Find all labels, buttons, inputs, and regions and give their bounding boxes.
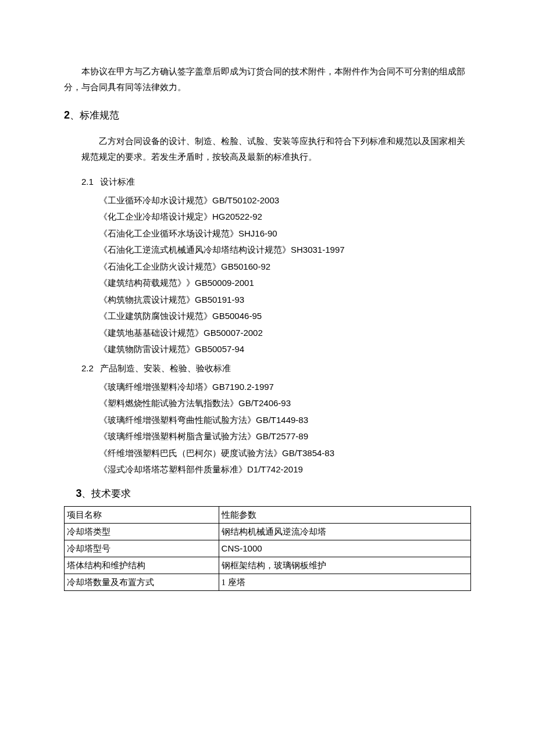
section-3-heading: 3、技术要求 xyxy=(76,484,471,503)
product-standards-list: 《玻璃纤维增强塑料冷却塔》GB7190.2-1997《塑料燃烧性能试验方法氧指数… xyxy=(64,379,471,478)
standard-name: 《构筑物抗震设计规范》 xyxy=(99,295,195,304)
spec-key: 项目名称 xyxy=(65,507,219,524)
standard-name: 《湿式冷却塔塔芯塑料部件质量标准》 xyxy=(99,465,247,474)
standard-line: 《建筑物防雷设计规范》GB50057-94 xyxy=(99,341,471,358)
spec-value: 钢结构机械通风逆流冷却塔 xyxy=(219,524,470,540)
standard-name: 《工业循环冷却水设计规范》 xyxy=(99,196,212,205)
table-row: 项目名称性能参数 xyxy=(65,507,471,524)
standard-line: 《石油化工逆流式机械通风冷却塔结构设计规范》SH3031-1997 xyxy=(99,242,471,259)
standard-line: 《纤维增强塑料巴氏（巴柯尔）硬度试验方法》GB/T3854-83 xyxy=(99,445,471,462)
design-standards-list: 《工业循环冷却水设计规范》GB/T50102-2003《化工企业冷却塔设计规定》… xyxy=(64,192,471,358)
standard-name: 《石油化工逆流式机械通风冷却塔结构设计规范》 xyxy=(99,245,291,255)
spec-value: 性能参数 xyxy=(219,507,470,524)
standard-code: SHJ16-90 xyxy=(238,228,277,238)
standard-line: 《工业循环冷却水设计规范》GB/T50102-2003 xyxy=(99,192,471,209)
spec-value: 1 座塔 xyxy=(219,574,470,591)
standard-code: GB50007-2002 xyxy=(204,328,263,338)
standard-name: 《石油化工企业防火设计规范》 xyxy=(99,262,221,271)
standard-line: 《玻璃纤维增强塑料树脂含量试验方法》GB/T2577-89 xyxy=(99,428,471,445)
standard-code: GB/T50102-2003 xyxy=(212,195,279,205)
table-row: 冷却塔数量及布置方式1 座塔 xyxy=(65,574,471,591)
section-2-heading: 2、标准规范 xyxy=(64,106,471,125)
standard-name: 《塑料燃烧性能试验方法氧指数法》 xyxy=(99,399,238,408)
standard-line: 《建筑结构荷载规范》》GB50009-2001 xyxy=(99,275,471,292)
spec-value: CNS-1000 xyxy=(219,540,470,557)
standard-line: 《石油化工企业循环水场设计规范》SHJ16-90 xyxy=(99,225,471,242)
subsection-2-1-number: 2.1 xyxy=(81,177,94,187)
spec-value: 钢框架结构，玻璃钢板维护 xyxy=(219,557,470,574)
standard-code: GB/T3854-83 xyxy=(282,448,334,458)
standard-code: GB7190.2-1997 xyxy=(212,382,274,392)
section-3-title: 技术要求 xyxy=(91,488,131,499)
tech-requirements-table: 项目名称性能参数冷却塔类型钢结构机械通风逆流冷却塔冷却塔型号CNS-1000塔体… xyxy=(64,506,471,591)
section-3-number: 3 xyxy=(76,488,81,499)
document-page: 本协议在甲方与乙方确认签字盖章后即成为订货合同的技术附件，本附件作为合同不可分割… xyxy=(0,0,535,756)
standard-code: GB/T2406-93 xyxy=(238,398,291,408)
standard-line: 《塑料燃烧性能试验方法氧指数法》GB/T2406-93 xyxy=(99,395,471,412)
standard-code: GB50160-92 xyxy=(221,261,270,271)
standard-code: D1/T742-2019 xyxy=(247,464,303,474)
standard-name: 《建筑地基基础设计规范》 xyxy=(99,328,204,338)
section-2-number: 2 xyxy=(64,109,70,121)
subsection-2-1-title: 设计标准 xyxy=(100,177,135,187)
standard-line: 《玻璃纤维增强塑料冷却塔》GB7190.2-1997 xyxy=(99,379,471,396)
section-2-punct: 、 xyxy=(70,110,80,121)
section-2-lead: 乙方对合同设备的设计、制造、检脸、试脸、安装等应执行和符合下列标准和规范以及国家… xyxy=(81,134,471,165)
spec-key: 塔体结构和维护结构 xyxy=(65,557,219,574)
standard-code: GB50009-2001 xyxy=(195,278,254,288)
spec-key: 冷却塔型号 xyxy=(65,540,219,557)
spec-key: 冷却塔类型 xyxy=(65,524,219,540)
standard-name: 《玻璃纤维增强塑料冷却塔》 xyxy=(99,382,212,392)
standard-name: 《纤维增强塑料巴氏（巴柯尔）硬度试验方法》 xyxy=(99,449,282,458)
standard-line: 《建筑地基基础设计规范》GB50007-2002 xyxy=(99,325,471,342)
standard-name: 《建筑结构荷载规范》》 xyxy=(99,278,195,288)
standard-code: HG20522-92 xyxy=(212,212,262,221)
standard-line: 《工业建筑防腐蚀设计规范》GB50046-95 xyxy=(99,308,471,325)
standard-name: 《建筑物防雷设计规范》 xyxy=(99,345,195,354)
subsection-2-2-number: 2.2 xyxy=(81,363,94,373)
standard-code: GB50046-95 xyxy=(212,311,262,321)
spec-key: 冷却塔数量及布置方式 xyxy=(65,574,219,591)
spec-value-text: CNS-1000 xyxy=(222,543,262,553)
standard-code: GB/T1449-83 xyxy=(256,415,308,425)
table-row: 塔体结构和维护结构钢框架结构，玻璃钢板维护 xyxy=(65,557,471,574)
standard-code: SH3031-1997 xyxy=(291,245,345,255)
standard-line: 《化工企业冷却塔设计规定》HG20522-92 xyxy=(99,209,471,225)
standard-line: 《石油化工企业防火设计规范》GB50160-92 xyxy=(99,259,471,275)
intro-paragraph: 本协议在甲方与乙方确认签字盖章后即成为订货合同的技术附件，本附件作为合同不可分割… xyxy=(64,64,471,95)
standard-line: 《玻璃纤维增强塑料弯曲性能试脸方法》GB/T1449-83 xyxy=(99,412,471,429)
standard-name: 《石油化工企业循环水场设计规范》 xyxy=(99,229,238,238)
standard-code: GB50057-94 xyxy=(195,344,244,354)
subsection-2-1-heading: 2.1 设计标准 xyxy=(81,174,471,190)
standard-name: 《玻璃纤维增强塑料树脂含量试验方法》 xyxy=(99,432,256,441)
standard-line: 《构筑物抗震设计规范》GB50191-93 xyxy=(99,292,471,309)
standard-line: 《湿式冷却塔塔芯塑料部件质量标准》D1/T742-2019 xyxy=(99,461,471,478)
table-row: 冷却塔类型钢结构机械通风逆流冷却塔 xyxy=(65,524,471,540)
standard-name: 《化工企业冷却塔设计规定》 xyxy=(99,212,212,221)
table-row: 冷却塔型号CNS-1000 xyxy=(65,540,471,557)
subsection-2-2-heading: 2.2 产品制造、安装、检验、验收标准 xyxy=(81,360,471,377)
section-2-title: 标准规范 xyxy=(80,110,119,121)
standard-name: 《玻璃纤维增强塑料弯曲性能试脸方法》 xyxy=(99,415,256,425)
standard-code: GB/T2577-89 xyxy=(256,431,308,441)
subsection-2-2-title: 产品制造、安装、检验、验收标准 xyxy=(100,364,231,373)
section-3-punct: 、 xyxy=(81,488,91,499)
standard-name: 《工业建筑防腐蚀设计规范》 xyxy=(99,311,212,321)
standard-code: GB50191-93 xyxy=(195,295,244,304)
